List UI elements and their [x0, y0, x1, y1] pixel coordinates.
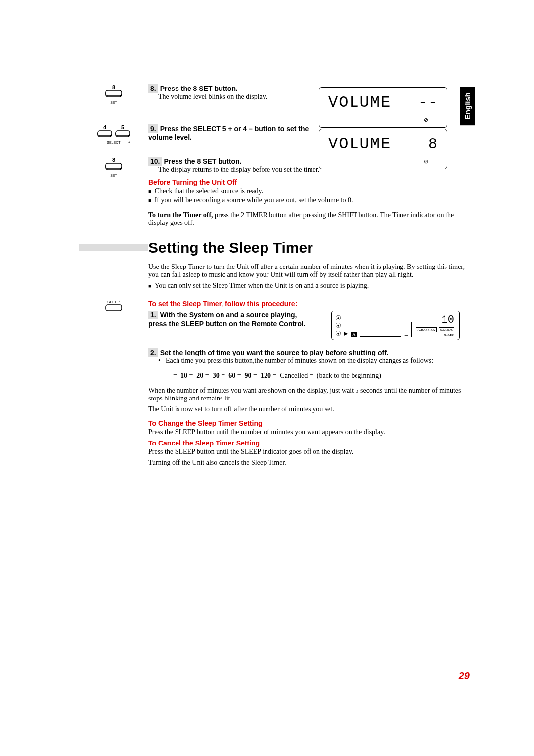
step-title: Press the 8 SET button.: [160, 85, 238, 92]
cancel-body-2: Turning off the Unit also cancels the Sl…: [148, 459, 470, 467]
smode-tag: S.MODE: [439, 327, 454, 332]
svg-rect-1: [106, 90, 122, 96]
sleep-minutes: 10: [416, 314, 454, 326]
svg-rect-7: [106, 163, 122, 169]
bullet-item: You can only set the Sleep Timer when th…: [148, 282, 470, 290]
step-number: 9.: [148, 124, 158, 133]
cancel-body-1: Press the SLEEP button until the SLEEP i…: [148, 448, 470, 456]
before-off-heading: Before Turning the Unit Off: [148, 178, 470, 186]
wait-note: When the number of minutes you want are …: [148, 387, 470, 402]
timer-icon: ⊘: [424, 117, 428, 123]
bullet-item: If you will be recording a source while …: [148, 196, 470, 204]
box-a: A: [351, 332, 357, 337]
step-title: Press the SELECT 5 + or 4 – button to se…: [148, 125, 309, 141]
change-heading: To Change the Sleep Timer Setting: [148, 419, 470, 427]
step-number: 8.: [148, 84, 158, 93]
step-number: 10.: [148, 157, 162, 166]
lcd-display-volume-8: VOLUME8 ⊘: [319, 129, 447, 169]
page-number: 29: [459, 670, 470, 682]
sleep-sequence: = 10 = 20 = 30 = 60 = 90 = 120 = Cancell…: [173, 372, 470, 380]
cancel-heading: To Cancel the Sleep Timer Setting: [148, 439, 470, 447]
abass-tag: A.BASS EX: [416, 327, 436, 332]
svg-rect-8: [106, 305, 122, 311]
lcd-display-sleep: ⬥⃝⬥⃝⬥⃝ ▶ A ⚌ 10 A.BASS EX S.MODE: [331, 311, 460, 340]
svg-rect-5: [116, 131, 130, 136]
play-icon: ▶: [344, 330, 348, 337]
step-title: With the System on and a source playing,…: [148, 311, 306, 328]
set-button-icon-8: 8 SET: [79, 84, 148, 104]
bullet-item: Check that the selected source is ready.: [148, 187, 470, 195]
step-title: Press the 8 SET button.: [164, 157, 241, 165]
procedure-heading: To set the Sleep Timer, follow this proc…: [148, 300, 470, 308]
change-body: Press the SLEEP button until the number …: [148, 428, 470, 436]
page-content: 8 SET 8. Press the 8 SET button. The vol…: [0, 0, 534, 470]
wait-note-2: The Unit is now set to turn off after th…: [148, 405, 470, 413]
lcd-display-volume-blank: VOLUME-- ⊘: [319, 87, 447, 128]
sub-bullet: Each time you press this button,the numb…: [158, 357, 470, 365]
turn-off-note: To turn the Timer off, press the 2 TIMER…: [148, 211, 470, 227]
section-title: Setting the Sleep Timer: [148, 239, 313, 256]
step-number: 2.: [148, 348, 158, 357]
intro-paragraph: Use the Sleep Timer to turn the Unit off…: [148, 263, 470, 279]
set-button-icon-10: 8 SET: [79, 157, 148, 177]
disc-icons: ⬥⃝⬥⃝⬥⃝: [337, 314, 340, 337]
section-bar: [79, 244, 148, 251]
timer-icon: ⊘: [424, 158, 428, 165]
language-tab: English: [460, 87, 475, 125]
sleep-tag: SLEEP: [416, 333, 454, 337]
step-body: The volume level blinks on the display.: [158, 93, 326, 101]
step-title: Set the length of time you want the sour…: [160, 349, 389, 356]
select-buttons-icon: 4 5: [79, 124, 148, 141]
step-number: 1.: [148, 311, 158, 319]
svg-rect-3: [98, 131, 112, 136]
sleep-button-icon: SLEEP: [79, 300, 148, 314]
